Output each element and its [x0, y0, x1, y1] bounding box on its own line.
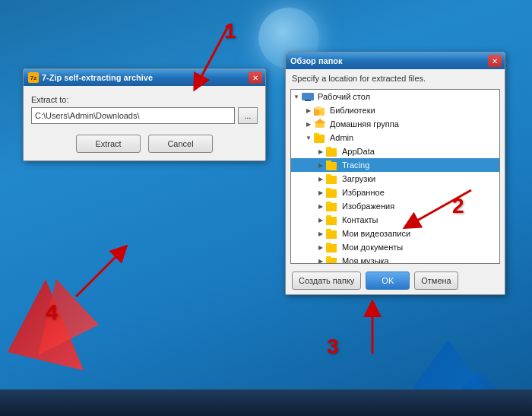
title-text-browse: Обзор папок	[290, 56, 343, 65]
tree-item-videos[interactable]: ▶Мои видеозаписи	[291, 227, 499, 240]
titlebar-browse: Обзор папок ✕	[286, 52, 505, 69]
folder-icon-libraries	[314, 105, 328, 116]
title-controls-browse: ✕	[488, 55, 502, 67]
svg-rect-21	[326, 189, 337, 198]
taskbar	[0, 389, 532, 416]
folder-icon-homegroup	[314, 119, 328, 129]
folder-icon-documents	[326, 242, 340, 252]
svg-rect-24	[326, 203, 337, 211]
tree-item-homegroup[interactable]: ▶Домашняя группа	[291, 117, 499, 131]
browse-subtitle: Specify a location for extracted files.	[286, 69, 505, 86]
tree-item-downloads[interactable]: ▶Загрузки	[291, 172, 499, 186]
folder-icon-appdata	[326, 146, 340, 157]
svg-rect-0	[302, 93, 314, 100]
folder-icon-tracing	[326, 160, 340, 170]
svg-rect-33	[326, 244, 337, 252]
browse-footer: Создать папку OK Отмена	[286, 267, 505, 294]
svg-marker-6	[314, 119, 326, 123]
folder-icon-contacts	[326, 214, 340, 225]
7zip-content: Extract to: ... Extract Cancel	[24, 86, 265, 160]
folder-icon-music	[326, 256, 340, 264]
tree-expander-favorites[interactable]: ▶	[315, 187, 326, 198]
tree-label-appdata: AppData	[342, 147, 375, 156]
tree-label-tracing: Tracing	[342, 160, 369, 170]
dialog-browse: Обзор папок ✕ Specify a location for ext…	[285, 52, 505, 295]
tree-expander-images[interactable]: ▶	[315, 201, 326, 211]
svg-rect-9	[314, 135, 325, 143]
tree-label-libraries: Библиотеки	[330, 106, 375, 115]
folder-icon-downloads	[326, 173, 340, 184]
tree-expander-music[interactable]: ▶	[315, 256, 326, 264]
dialog-7zip: 7z 7-Zip self-extracting archive ✕ Extra…	[23, 68, 266, 161]
tree-expander-appdata[interactable]: ▶	[315, 146, 326, 157]
svg-rect-1	[305, 100, 311, 101]
tree-item-appdata[interactable]: ▶AppData	[291, 144, 499, 158]
tree-item-music[interactable]: ▶Моя музыка	[291, 254, 499, 264]
browse-title-label: Обзор папок	[290, 56, 343, 65]
tree-item-favorites[interactable]: ▶Избранное	[291, 186, 499, 199]
svg-rect-27	[326, 217, 337, 225]
tree-expander-documents[interactable]: ▶	[315, 242, 326, 252]
ok-button[interactable]: OK	[366, 272, 410, 290]
tree-expander-videos[interactable]: ▶	[315, 228, 326, 239]
close-button-7zip[interactable]: ✕	[249, 71, 262, 84]
tree-label-downloads: Загрузки	[342, 174, 375, 183]
cancel-button-7zip[interactable]: Cancel	[148, 135, 213, 153]
7zip-buttons: Extract Cancel	[31, 135, 258, 153]
tree-item-tracing[interactable]: ▶Tracing	[291, 158, 499, 172]
close-button-browse[interactable]: ✕	[488, 55, 502, 67]
tree-expander-admin[interactable]: ▼	[303, 132, 314, 143]
svg-rect-30	[326, 230, 337, 239]
tree-expander-libraries[interactable]: ▶	[303, 105, 314, 116]
extract-field-row: ...	[31, 107, 258, 124]
svg-rect-4	[315, 106, 321, 110]
tree-item-admin[interactable]: ▼Admin	[291, 131, 499, 144]
tree-label-music: Моя музыка	[342, 256, 389, 264]
tree-expander-contacts[interactable]: ▶	[315, 214, 326, 225]
tree-label-images: Изображения	[342, 202, 394, 211]
step-1-label: 1	[224, 19, 236, 43]
folder-icon-desktop	[302, 91, 315, 102]
title-text-7zip: 7z 7-Zip self-extracting archive	[28, 72, 153, 83]
titlebar-7zip: 7z 7-Zip self-extracting archive ✕	[24, 69, 265, 86]
tree-label-homegroup: Домашняя группа	[330, 119, 399, 129]
tree-label-contacts: Контакты	[342, 215, 378, 224]
7zip-title-label: 7-Zip self-extracting archive	[42, 73, 153, 82]
svg-rect-12	[326, 148, 337, 157]
tree-expander-homegroup[interactable]: ▶	[303, 119, 314, 129]
desktop: 7z 7-Zip self-extracting archive ✕ Extra…	[0, 0, 532, 416]
extract-label: Extract to:	[31, 95, 258, 104]
tree-item-contacts[interactable]: ▶Контакты	[291, 213, 499, 227]
extract-path-input[interactable]	[31, 107, 235, 124]
folder-tree[interactable]: ▼Рабочий стол▶Библиотеки▶Домашняя группа…	[290, 89, 500, 264]
title-controls-7zip: ✕	[249, 71, 262, 84]
svg-rect-15	[326, 162, 337, 170]
tree-label-documents: Мои документы	[342, 243, 403, 252]
tree-item-desktop[interactable]: ▼Рабочий стол	[291, 90, 499, 103]
tree-label-favorites: Избранное	[342, 188, 385, 197]
tree-item-documents[interactable]: ▶Мои документы	[291, 240, 499, 254]
svg-rect-36	[326, 258, 337, 264]
tree-expander-tracing[interactable]: ▶	[315, 160, 326, 170]
tree-item-images[interactable]: ▶Изображения	[291, 199, 499, 213]
new-folder-button[interactable]: Создать папку	[292, 272, 361, 290]
folder-icon-images	[326, 201, 340, 211]
browse-button[interactable]: ...	[238, 107, 258, 124]
7zip-icon: 7z	[28, 72, 39, 83]
cancel-button-browse[interactable]: Отмена	[414, 272, 458, 290]
arrow-3	[342, 297, 403, 357]
folder-icon-favorites	[326, 187, 340, 198]
folder-icon-videos	[326, 228, 340, 239]
folder-icon-admin	[314, 132, 328, 143]
step-3-label: 3	[327, 335, 339, 359]
tree-label-admin: Admin	[330, 133, 353, 142]
svg-rect-18	[326, 176, 337, 184]
svg-line-44	[76, 251, 122, 297]
tree-label-desktop: Рабочий стол	[318, 92, 370, 101]
tree-item-libraries[interactable]: ▶Библиотеки	[291, 103, 499, 117]
extract-button[interactable]: Extract	[76, 135, 141, 153]
tree-expander-desktop[interactable]: ▼	[291, 91, 302, 102]
tree-expander-downloads[interactable]: ▶	[315, 173, 326, 184]
tree-label-videos: Мои видеозаписи	[342, 229, 410, 238]
